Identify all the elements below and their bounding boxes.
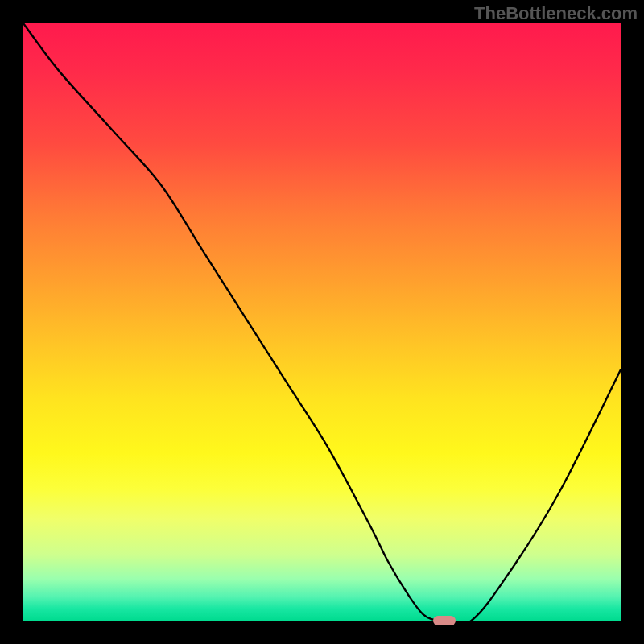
watermark-text: TheBottleneck.com — [474, 3, 638, 24]
optimum-marker — [433, 616, 456, 625]
gradient-panel — [23, 23, 621, 621]
chart-stage: TheBottleneck.com — [0, 0, 644, 644]
